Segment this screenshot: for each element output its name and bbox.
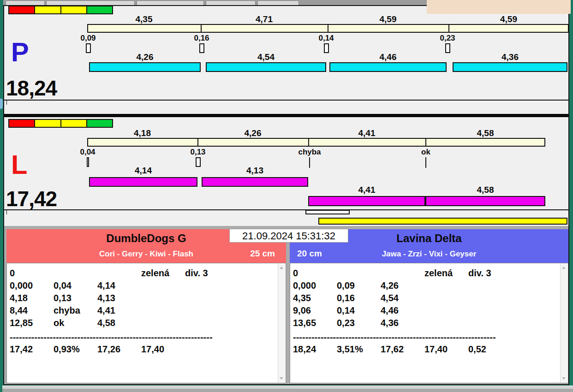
table-cell — [424, 304, 468, 317]
bar-divider — [448, 24, 449, 33]
lane-divider — [4, 114, 568, 117]
totals-cell — [185, 343, 286, 356]
table-cell: 4,36 — [381, 317, 424, 329]
tick-mark — [6, 210, 7, 214]
dog-time-bar — [308, 196, 425, 206]
exchange-marker-box — [199, 43, 204, 53]
table-cell: chyba — [54, 304, 97, 317]
exchange-time-label: 0,13 — [175, 148, 221, 157]
table-cell — [468, 317, 568, 329]
table-row: 13,650,234,36 — [293, 317, 568, 329]
timestamp: 21.09.2024 15:31:32 — [229, 229, 348, 243]
jump-height-badge: 20 cm — [297, 249, 322, 259]
results-table: 0zelenádiv. 30,0000,094,264,350,164,549,… — [290, 263, 568, 383]
totals-cell: 0,93% — [54, 343, 97, 356]
table-cell: 4,58 — [97, 317, 141, 329]
scrollbar[interactable] — [278, 264, 285, 382]
table-cell: 9,06 — [293, 304, 337, 317]
tick-mark — [6, 101, 7, 105]
table-cell: 4,13 — [97, 292, 141, 304]
dog-time-bar — [425, 196, 545, 206]
dog-time-label: 4,41 — [344, 185, 390, 195]
dog-time-bar — [89, 62, 201, 72]
table-cell: 4,18 — [10, 292, 54, 304]
dog-time-label: 4,26 — [122, 52, 168, 62]
table-row: 0,0000,044,14 — [10, 279, 286, 292]
dog-time-bar — [89, 177, 197, 187]
exchange-marker-box — [324, 43, 329, 53]
scroll-up-icon[interactable] — [562, 267, 566, 269]
totals-cell: 17,42 — [10, 343, 54, 356]
table-cell: 4,41 — [97, 304, 141, 317]
table-cell: 0,14 — [337, 304, 381, 317]
table-cell — [141, 317, 185, 329]
table-cell — [141, 304, 185, 317]
split-time-label: 4,59 — [365, 14, 411, 24]
scroll-up-icon[interactable] — [280, 267, 283, 269]
results-frame: DumbleDogs GCori - Gerry - Kiwi - Flash2… — [4, 226, 568, 384]
exchange-time-label: 0,09 — [65, 34, 111, 43]
table-cell — [97, 267, 141, 279]
scrollbar[interactable] — [560, 264, 567, 382]
exchange-marker-line — [425, 157, 426, 168]
scroll-down-icon[interactable] — [280, 377, 283, 380]
table-cell — [381, 267, 424, 279]
team-dogs: Jawa - Zrzi - Vixi - Geyser — [290, 245, 568, 259]
start-light-cell — [34, 6, 61, 14]
table-row: 0zelenádiv. 3 — [10, 267, 286, 279]
background-taskbar-bottom — [2, 389, 573, 392]
table-cell — [54, 267, 97, 279]
table-cell — [468, 279, 568, 292]
table-cell: zelená — [141, 267, 185, 279]
totals-cell: 3,51% — [337, 343, 381, 356]
dog-time-label: 4,14 — [120, 166, 167, 176]
table-cell — [468, 304, 568, 317]
split-time-label: 4,35 — [121, 14, 167, 24]
table-cell: ok — [54, 317, 97, 329]
exchange-marker-box — [87, 157, 89, 167]
split-time-label: 4,18 — [119, 128, 166, 138]
jump-height-badge: 25 cm — [250, 249, 275, 259]
table-cell: 0,16 — [337, 292, 381, 304]
lane-letter: L — [11, 151, 27, 178]
table-cell: 0,04 — [54, 279, 97, 292]
table-cell: 4,54 — [381, 292, 424, 304]
totals-cell: 0,52 — [468, 343, 568, 356]
results-table: 0zelenádiv. 30,0000,044,144,180,134,138,… — [6, 263, 286, 383]
exchange-time-label: ok — [403, 148, 449, 157]
table-cell: div. 3 — [185, 267, 286, 279]
table-row: 0zelenádiv. 3 — [293, 267, 568, 279]
table-cell: div. 3 — [468, 267, 568, 279]
table-cell: 0,09 — [337, 279, 381, 292]
totals-cell: 17,40 — [424, 343, 468, 356]
table-cell: 0,000 — [10, 279, 54, 292]
split-time-label: 4,71 — [241, 14, 287, 24]
table-cell — [424, 279, 468, 292]
window-bottom-edge — [2, 386, 573, 389]
split-time-label: 4,41 — [344, 128, 390, 138]
table-cell: 0 — [10, 267, 54, 279]
background-icon-fragment — [0, 99, 3, 109]
scroll-down-icon[interactable] — [562, 377, 566, 380]
background-window-fragment — [137, 0, 204, 5]
dog-time-label: 4,13 — [232, 166, 278, 176]
exchange-time-label: 0,16 — [179, 34, 225, 43]
split-time-label: 4,59 — [486, 14, 532, 24]
table-cell: 0 — [293, 267, 337, 279]
table-cell — [424, 292, 468, 304]
table-cell — [185, 279, 286, 292]
dog-time-bar — [329, 62, 447, 72]
dog-time-bar — [453, 62, 567, 72]
exchange-time-label: chyba — [286, 148, 333, 157]
background-window-fragment — [46, 0, 135, 5]
table-row: 9,060,144,46 — [293, 304, 568, 317]
background-taskbar — [3, 0, 427, 5]
table-cell: zelená — [424, 267, 468, 279]
table-cell: 12,85 — [10, 317, 54, 329]
exchange-time-label: 0,14 — [303, 34, 349, 43]
table-row: 4,180,134,13 — [10, 292, 286, 304]
dog-time-label: 4,58 — [462, 185, 508, 195]
table-cell — [185, 292, 286, 304]
totals-cell: 18,24 — [293, 343, 337, 356]
split-time-label: 4,26 — [230, 128, 276, 138]
